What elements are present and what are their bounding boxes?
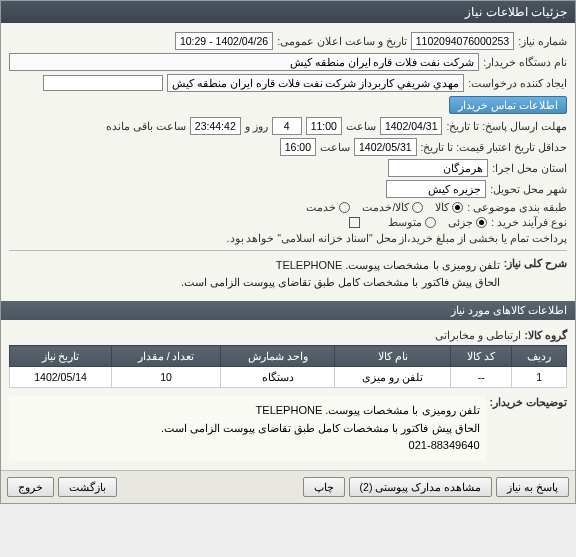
field-validity-time: 16:00	[280, 138, 316, 156]
attachments-button[interactable]: مشاهده مدارک پیوستی (2)	[349, 477, 493, 497]
items-table: ردیف کد کالا نام کالا واحد شمارش تعداد /…	[9, 345, 567, 388]
field-announce: 1402/04/26 - 10:29	[175, 32, 273, 50]
radio-goods[interactable]	[452, 202, 463, 213]
label-requester: ایجاد کننده درخواست:	[468, 77, 567, 89]
radio-partial[interactable]	[476, 217, 487, 228]
field-group: ارتباطی و مخابراتی	[435, 329, 521, 341]
summary-line1: تلفن رومیزی با مشخصات پیوست. TELEPHONE	[181, 257, 500, 274]
label-remain: ساعت باقی مانده	[106, 120, 186, 132]
summary-text: تلفن رومیزی با مشخصات پیوست. TELEPHONE ا…	[181, 257, 500, 290]
field-province: هرمزگان	[388, 159, 488, 177]
field-buyer-org: شرکت نفت فلات قاره ایران منطقه کیش	[9, 53, 479, 71]
table-header-row: ردیف کد کالا نام کالا واحد شمارش تعداد /…	[10, 346, 567, 367]
radio-goods-service-label: کالا/خدمت	[362, 201, 409, 213]
label-province: استان محل اجرا:	[492, 162, 567, 174]
label-need-no: شماره نیاز:	[518, 35, 567, 47]
radio-service-label: خدمت	[306, 201, 336, 213]
radio-medium-label: متوسط	[388, 216, 422, 228]
field-validity-date: 1402/05/31	[354, 138, 417, 156]
field-days: 4	[272, 117, 302, 135]
field-deadline-time: 11:00	[306, 117, 342, 135]
label-hour1: ساعت	[346, 120, 376, 132]
exit-button[interactable]: خروج	[7, 477, 54, 497]
table-row: 1 -- تلفن رو میزی دستگاه 10 1402/05/14	[10, 367, 567, 388]
summary-line2: الحاق پیش فاکتور با مشخصات کامل طبق تقاض…	[181, 274, 500, 291]
td-unit: دستگاه	[221, 367, 335, 388]
label-buyer-notes: توضیحات خریدار:	[490, 396, 567, 408]
label-deadline: مهلت ارسال پاسخ: تا تاریخ:	[446, 120, 567, 132]
field-requester: مهدي شريفي كاربرداز شركت نفت فلات قاره ا…	[167, 74, 464, 92]
th-name: نام کالا	[335, 346, 451, 367]
td-qty: 10	[112, 367, 221, 388]
td-code: --	[451, 367, 512, 388]
checkbox-treasury[interactable]	[349, 217, 360, 228]
radio-goods-service[interactable]	[412, 202, 423, 213]
print-button[interactable]: چاپ	[303, 477, 345, 497]
label-hour2: ساعت	[320, 141, 350, 153]
radio-medium[interactable]	[425, 217, 436, 228]
footer: پاسخ به نیاز مشاهده مدارک پیوستی (2) چاپ…	[1, 470, 575, 503]
label-treasury: پرداخت تمام یا بخشی از مبلغ خرید،از محل …	[227, 232, 567, 244]
label-group: گروه کالا:	[525, 329, 567, 341]
label-purchase-type: نوع فرآیند خرید :	[491, 216, 567, 228]
subject-class-group: کالا کالا/خدمت خدمت	[306, 201, 463, 213]
radio-goods-label: کالا	[435, 201, 449, 213]
label-announce: تاریخ و ساعت اعلان عمومی:	[277, 35, 407, 47]
buyer-notes: تلفن رومیزی با مشخصات پیوست. TELEPHONE ا…	[9, 396, 486, 461]
label-days-and: روز و	[245, 120, 268, 132]
th-qty: تعداد / مقدار	[112, 346, 221, 367]
radio-service[interactable]	[339, 202, 350, 213]
purchase-type-group: جزئی متوسط	[388, 216, 487, 228]
label-subject-class: طبقه بندی موضوعی :	[467, 201, 567, 213]
label-city: شهر محل تحویل:	[490, 183, 567, 195]
label-summary: شرح کلی نیاز:	[504, 257, 567, 269]
buyer-notes-line2: الحاق پیش فاکتور با مشخصات کامل طبق تقاض…	[15, 420, 480, 438]
buyer-contact-button[interactable]: اطلاعات تماس خریدار	[449, 96, 567, 114]
field-deadline-date: 1402/04/31	[380, 117, 443, 135]
respond-button[interactable]: پاسخ به نیاز	[496, 477, 569, 497]
radio-partial-label: جزئی	[448, 216, 473, 228]
field-need-no: 1102094076000253	[411, 32, 514, 50]
buyer-notes-line3: 021-88349640	[15, 437, 480, 455]
th-code: کد کالا	[451, 346, 512, 367]
th-unit: واحد شمارش	[221, 346, 335, 367]
field-hours: 23:44:42	[190, 117, 241, 135]
label-validity: حداقل تاریخ اعتبار قیمت: تا تاریخ:	[421, 141, 567, 153]
titlebar: جزئیات اطلاعات نیاز	[1, 1, 575, 23]
td-date: 1402/05/14	[10, 367, 112, 388]
th-date: تاریخ نیاز	[10, 346, 112, 367]
td-name: تلفن رو میزی	[335, 367, 451, 388]
buyer-notes-line1: تلفن رومیزی با مشخصات پیوست. TELEPHONE	[15, 402, 480, 420]
back-button[interactable]: بازگشت	[58, 477, 117, 497]
label-buyer-org: نام دستگاه خریدار:	[483, 56, 567, 68]
section-items-header: اطلاعات کالاهای مورد نیاز	[1, 301, 575, 320]
field-city: جزیره کیش	[386, 180, 486, 198]
field-contact-empty	[43, 75, 163, 91]
td-row: 1	[512, 367, 567, 388]
th-row: ردیف	[512, 346, 567, 367]
